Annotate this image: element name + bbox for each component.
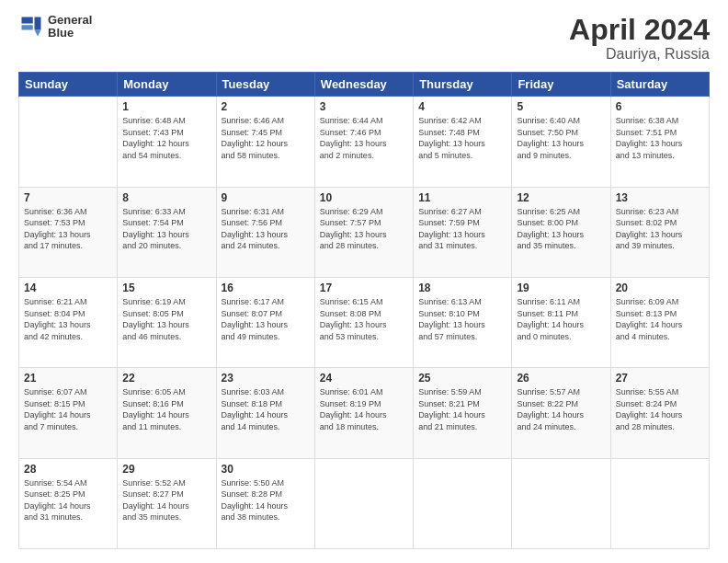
day-info: Sunrise: 6:25 AM Sunset: 8:00 PM Dayligh… [517,206,605,252]
day-number: 14 [24,282,112,294]
day-info: Sunrise: 5:59 AM Sunset: 8:21 PM Dayligh… [418,386,506,432]
day-info: Sunrise: 6:33 AM Sunset: 7:54 PM Dayligh… [122,206,210,252]
calendar-cell: 6Sunrise: 6:38 AM Sunset: 7:51 PM Daylig… [610,97,709,187]
day-number: 13 [616,191,704,204]
day-header-wednesday: Wednesday [314,73,413,97]
calendar-table: SundayMondayTuesdayWednesdayThursdayFrid… [18,72,710,549]
day-header-thursday: Thursday [414,73,512,97]
svg-rect-2 [22,17,33,24]
calendar-header-row: SundayMondayTuesdayWednesdayThursdayFrid… [19,73,710,97]
calendar-cell: 13Sunrise: 6:23 AM Sunset: 8:02 PM Dayli… [610,187,709,277]
day-info: Sunrise: 6:44 AM Sunset: 7:46 PM Dayligh… [320,115,408,161]
day-number: 3 [320,100,408,113]
day-number: 5 [517,100,605,113]
calendar-cell: 2Sunrise: 6:46 AM Sunset: 7:45 PM Daylig… [216,97,314,187]
day-number: 1 [122,100,210,113]
calendar-week-1: 1Sunrise: 6:48 AM Sunset: 7:43 PM Daylig… [19,97,710,187]
logo-line2: Blue [48,27,92,40]
logo-text: General Blue [48,14,92,40]
day-number: 26 [517,372,605,385]
calendar-cell: 8Sunrise: 6:33 AM Sunset: 7:54 PM Daylig… [118,187,216,277]
day-info: Sunrise: 5:50 AM Sunset: 8:28 PM Dayligh… [222,477,310,523]
calendar-cell: 1Sunrise: 6:48 AM Sunset: 7:43 PM Daylig… [118,97,216,187]
day-info: Sunrise: 6:29 AM Sunset: 7:57 PM Dayligh… [320,206,408,252]
calendar-cell: 17Sunrise: 6:15 AM Sunset: 8:08 PM Dayli… [314,277,413,367]
calendar-cell: 5Sunrise: 6:40 AM Sunset: 7:50 PM Daylig… [512,97,610,187]
day-number: 19 [517,282,605,294]
day-header-tuesday: Tuesday [216,73,314,97]
calendar-cell: 4Sunrise: 6:42 AM Sunset: 7:48 PM Daylig… [414,97,512,187]
calendar-cell: 25Sunrise: 5:59 AM Sunset: 8:21 PM Dayli… [414,368,512,458]
calendar-cell: 21Sunrise: 6:07 AM Sunset: 8:15 PM Dayli… [19,368,118,458]
calendar-cell [512,458,610,548]
logo-icon [18,14,44,40]
calendar-cell [19,97,118,187]
calendar-week-2: 7Sunrise: 6:36 AM Sunset: 7:53 PM Daylig… [19,187,710,277]
day-info: Sunrise: 5:52 AM Sunset: 8:27 PM Dayligh… [122,477,210,523]
calendar-cell: 27Sunrise: 5:55 AM Sunset: 8:24 PM Dayli… [610,368,709,458]
day-number: 15 [122,282,210,294]
day-info: Sunrise: 5:54 AM Sunset: 8:25 PM Dayligh… [24,477,112,523]
calendar-cell: 15Sunrise: 6:19 AM Sunset: 8:05 PM Dayli… [118,277,216,367]
day-number: 4 [418,100,506,113]
day-info: Sunrise: 6:48 AM Sunset: 7:43 PM Dayligh… [122,115,210,161]
day-info: Sunrise: 6:42 AM Sunset: 7:48 PM Dayligh… [418,115,506,161]
calendar-cell: 22Sunrise: 6:05 AM Sunset: 8:16 PM Dayli… [118,368,216,458]
calendar-cell: 24Sunrise: 6:01 AM Sunset: 8:19 PM Dayli… [314,368,413,458]
calendar-cell: 26Sunrise: 5:57 AM Sunset: 8:22 PM Dayli… [512,368,610,458]
day-info: Sunrise: 6:31 AM Sunset: 7:56 PM Dayligh… [222,206,310,252]
day-info: Sunrise: 6:13 AM Sunset: 8:10 PM Dayligh… [418,296,506,342]
calendar-cell: 29Sunrise: 5:52 AM Sunset: 8:27 PM Dayli… [118,458,216,548]
calendar-cell: 19Sunrise: 6:11 AM Sunset: 8:11 PM Dayli… [512,277,610,367]
day-number: 2 [222,100,310,113]
day-info: Sunrise: 6:46 AM Sunset: 7:45 PM Dayligh… [222,115,310,161]
svg-marker-1 [35,30,41,37]
day-number: 25 [418,372,506,385]
day-number: 12 [517,191,605,204]
day-number: 6 [616,100,704,113]
day-header-sunday: Sunday [19,73,118,97]
calendar-cell [610,458,709,548]
calendar-cell: 18Sunrise: 6:13 AM Sunset: 8:10 PM Dayli… [414,277,512,367]
day-number: 24 [320,372,408,385]
calendar-cell [414,458,512,548]
day-header-friday: Friday [512,73,610,97]
day-info: Sunrise: 6:38 AM Sunset: 7:51 PM Dayligh… [616,115,704,161]
calendar-cell: 9Sunrise: 6:31 AM Sunset: 7:56 PM Daylig… [216,187,314,277]
day-header-saturday: Saturday [610,73,709,97]
day-number: 28 [24,463,112,476]
day-info: Sunrise: 6:23 AM Sunset: 8:02 PM Dayligh… [616,206,704,252]
calendar-cell: 16Sunrise: 6:17 AM Sunset: 8:07 PM Dayli… [216,277,314,367]
day-info: Sunrise: 6:21 AM Sunset: 8:04 PM Dayligh… [24,296,112,342]
day-info: Sunrise: 6:19 AM Sunset: 8:05 PM Dayligh… [122,296,210,342]
svg-rect-3 [22,26,33,30]
calendar-cell: 28Sunrise: 5:54 AM Sunset: 8:25 PM Dayli… [19,458,118,548]
day-number: 23 [222,372,310,385]
day-info: Sunrise: 6:03 AM Sunset: 8:18 PM Dayligh… [222,386,310,432]
day-number: 21 [24,372,112,385]
day-info: Sunrise: 6:15 AM Sunset: 8:08 PM Dayligh… [320,296,408,342]
day-info: Sunrise: 6:36 AM Sunset: 7:53 PM Dayligh… [24,206,112,252]
calendar-cell: 23Sunrise: 6:03 AM Sunset: 8:18 PM Dayli… [216,368,314,458]
header: General Blue April 2024 Dauriya, Russia [18,14,710,63]
calendar-cell: 10Sunrise: 6:29 AM Sunset: 7:57 PM Dayli… [314,187,413,277]
day-number: 17 [320,282,408,294]
day-info: Sunrise: 6:40 AM Sunset: 7:50 PM Dayligh… [517,115,605,161]
day-number: 10 [320,191,408,204]
day-number: 30 [222,463,310,476]
day-info: Sunrise: 6:07 AM Sunset: 8:15 PM Dayligh… [24,386,112,432]
day-number: 27 [616,372,704,385]
day-number: 29 [122,463,210,476]
calendar-subtitle: Dauriya, Russia [569,46,710,63]
day-info: Sunrise: 6:09 AM Sunset: 8:13 PM Dayligh… [616,296,704,342]
calendar-week-5: 28Sunrise: 5:54 AM Sunset: 8:25 PM Dayli… [19,458,710,548]
day-info: Sunrise: 5:57 AM Sunset: 8:22 PM Dayligh… [517,386,605,432]
logo-line1: General [48,14,92,27]
title-block: April 2024 Dauriya, Russia [569,14,710,63]
calendar-week-4: 21Sunrise: 6:07 AM Sunset: 8:15 PM Dayli… [19,368,710,458]
logo: General Blue [18,14,92,40]
day-number: 9 [222,191,310,204]
calendar-week-3: 14Sunrise: 6:21 AM Sunset: 8:04 PM Dayli… [19,277,710,367]
calendar-cell: 14Sunrise: 6:21 AM Sunset: 8:04 PM Dayli… [19,277,118,367]
calendar-title: April 2024 [569,14,710,46]
